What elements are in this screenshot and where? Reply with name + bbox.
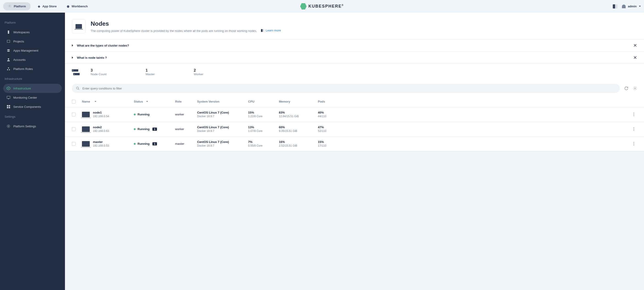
stat-item: 1Master	[146, 68, 155, 76]
sidebar-item-service-components[interactable]: Service Components	[3, 102, 62, 111]
sidebar-item-workspaces[interactable]: Workspaces	[3, 28, 62, 37]
status-label: Running	[138, 113, 150, 116]
svg-point-0	[9, 6, 10, 6]
row-actions-menu[interactable]	[634, 142, 634, 146]
row-checkbox[interactable]	[72, 127, 76, 131]
sidebar-item-apps-management[interactable]: Apps Management	[3, 46, 62, 55]
status-dot-icon	[134, 114, 136, 116]
chevron-right-icon	[72, 44, 73, 46]
pods-pct: 15%	[318, 140, 343, 144]
svg-point-10	[8, 88, 9, 89]
row-checkbox[interactable]	[72, 113, 76, 116]
status-label: Running	[138, 127, 150, 131]
sidebar-item-accounts[interactable]: Accounts	[3, 55, 62, 64]
search-input[interactable]	[82, 87, 616, 90]
logo[interactable]: KUBESPHERE®	[300, 3, 344, 10]
sidebar: PlatformWorkspacesProjectsApps Managemen…	[0, 12, 65, 290]
node-icon	[82, 126, 90, 132]
page-title: Nodes	[91, 20, 281, 27]
infra-icon	[6, 86, 10, 90]
sidebar-item-projects[interactable]: Projects	[3, 37, 62, 46]
stat-item: 2Worker	[194, 68, 203, 76]
row-actions-menu[interactable]	[634, 113, 634, 116]
accounts-icon	[6, 58, 10, 62]
os-version: CentOS Linux 7 (Core)	[197, 126, 248, 129]
mem-detail: 12.84/15.51 GiB	[279, 115, 318, 118]
stat-value: 3	[91, 68, 106, 72]
pods-pct: 40%	[318, 111, 343, 114]
status-dot-icon	[134, 128, 136, 130]
workbench-button[interactable]: ◉ Workbench	[64, 3, 91, 10]
cpu-cores: 1.07/8 Core	[248, 130, 279, 132]
search-box[interactable]	[72, 84, 620, 93]
apps-icon	[6, 48, 10, 52]
mem-pct: 83%	[279, 111, 318, 114]
node-icon	[82, 112, 90, 117]
logo-icon	[300, 3, 306, 10]
sidebar-item-platform-roles[interactable]: Platform Roles	[3, 64, 62, 74]
col-cpu-header: CPU	[248, 100, 279, 103]
sidebar-item-platform-settings[interactable]: Platform Settings	[3, 122, 62, 131]
col-status-header[interactable]: Status	[134, 100, 175, 103]
stat-value: 2	[194, 68, 203, 72]
main-content: Nodes The computing power of KubeSphere …	[65, 12, 644, 290]
stat-label: Worker	[194, 72, 203, 76]
svg-line-20	[78, 89, 79, 90]
platform-button[interactable]: Platform	[3, 2, 30, 10]
nodes-table: Name Status Role System Version CPU Memo…	[65, 96, 644, 151]
monitor-icon	[6, 96, 10, 100]
table-row[interactable]: node1192.168.0.54RunningworkerCentOS Lin…	[65, 107, 644, 122]
svg-rect-12	[8, 99, 9, 99]
sidebar-item-label: Workspaces	[13, 30, 30, 34]
table-row[interactable]: node2192.168.0.63Running1workerCentOS Li…	[65, 122, 644, 136]
sidebar-item-label: Infrastructure	[13, 87, 31, 90]
cpu-pct: 7%	[248, 140, 279, 144]
node-name: node2	[93, 126, 109, 129]
faq-row[interactable]: What are the types of cluster nodes?✕	[65, 39, 644, 52]
settings-icon[interactable]	[633, 86, 637, 90]
cpu-cores: 0.55/8 Core	[248, 144, 279, 147]
svg-point-19	[76, 87, 78, 89]
os-version: CentOS Linux 7 (Core)	[197, 140, 248, 144]
table-row[interactable]: master192.168.0.53Running1masterCentOS L…	[65, 136, 644, 151]
node-name: node1	[93, 111, 109, 114]
docker-version: Docker 18.9.7	[197, 115, 248, 118]
appstore-icon: ◈	[38, 4, 40, 8]
faq-row[interactable]: What is node taints ?✕	[65, 52, 644, 64]
node-role: master	[175, 142, 197, 146]
refresh-icon[interactable]	[624, 86, 628, 90]
chevron-down-icon	[639, 6, 641, 7]
node-ip: 192.168.0.53	[93, 144, 109, 147]
pods-detail: 17/110	[318, 144, 343, 147]
sidebar-item-monitoring-center[interactable]: Monitoring Center	[3, 93, 62, 102]
nav-section-title: Settings	[3, 113, 62, 120]
workspaces-icon	[6, 30, 10, 34]
col-name-header[interactable]: Name	[82, 100, 134, 103]
sidebar-item-label: Accounts	[13, 58, 26, 62]
node-role: worker	[175, 113, 197, 116]
svg-rect-15	[7, 107, 8, 108]
svg-rect-14	[9, 105, 10, 106]
status-dot-icon	[134, 143, 136, 145]
nav-section-title: Infrastructure	[3, 75, 62, 82]
sidebar-item-label: Service Components	[13, 105, 41, 108]
select-all-checkbox[interactable]	[72, 100, 76, 104]
sort-icon	[146, 101, 148, 102]
row-actions-menu[interactable]	[634, 127, 634, 131]
docs-icon[interactable]	[613, 4, 618, 8]
status-badge: 1	[152, 128, 157, 131]
sidebar-item-infrastructure[interactable]: Infrastructure	[3, 84, 62, 93]
node-ip: 192.168.0.63	[93, 130, 109, 132]
user-menu[interactable]: admin	[622, 4, 641, 8]
row-checkbox[interactable]	[72, 142, 76, 146]
components-icon	[6, 104, 10, 109]
svg-rect-2	[7, 40, 10, 42]
docker-version: Docker 18.9.7	[197, 130, 248, 132]
app-store-button[interactable]: ◈ App Store	[35, 3, 60, 10]
close-icon[interactable]: ✕	[633, 43, 637, 48]
stat-item: 3Node Count	[91, 68, 106, 76]
close-icon[interactable]: ✕	[633, 55, 637, 60]
sidebar-item-label: Projects	[13, 40, 24, 43]
pods-detail: 52/110	[318, 130, 343, 132]
learn-more-link[interactable]: Learn more	[261, 29, 281, 32]
